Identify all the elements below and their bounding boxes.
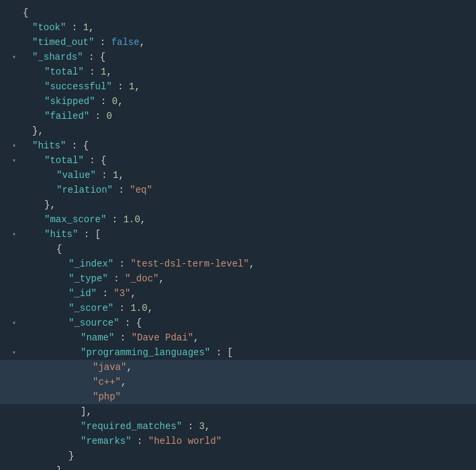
punctuation-token: ], [81,406,92,417]
code-line: { [0,242,476,256]
code-line: "php" [0,389,476,404]
key-token: "total" [44,66,84,77]
code-line: "java", [0,360,476,375]
number-token: 0 [112,96,117,107]
code-line: "remarks" : "hello world" [0,434,476,449]
line-gutter: ▾ [0,230,20,238]
number-token: 1 [83,22,89,33]
punctuation-token: , [121,377,126,387]
punctuation-token: , [118,170,124,181]
line-gutter: ▾ [0,348,20,357]
punctuation-token: , [249,258,254,269]
key-token: "remarks" [81,436,132,446]
code-line-content: "_id" : "3", [20,288,476,299]
fold-arrow-icon[interactable]: ▾ [12,319,16,327]
code-line: "_index" : "test-dsl-term-level", [0,256,476,271]
punctuation-token: : [ [78,229,101,240]
punctuation-token: , [193,332,199,343]
key-token: "failed" [44,111,89,122]
punctuation-token: : [66,22,83,33]
code-line-content: "_shards" : { [20,52,476,62]
key-token: "_source" [68,318,120,328]
code-line: "successful" : 1, [0,79,476,94]
boolean-token: false [111,37,140,48]
punctuation-token: }, [44,199,56,210]
number-token: 0 [106,111,111,122]
punctuation-token: : [114,332,131,343]
string-token: "test-dsl-term-level" [130,258,248,269]
punctuation-token: : [108,273,125,284]
key-token: "_shards" [32,52,83,62]
fold-arrow-icon[interactable]: ▾ [12,142,16,150]
key-token: "value" [56,170,96,181]
punctuation-token: , [140,214,146,225]
line-gutter: ▾ [0,142,20,150]
key-token: "required_matches" [81,421,182,432]
code-line: ▾"_shards" : { [0,50,476,64]
key-token: "_index" [68,258,113,269]
punctuation-token: : [113,185,130,195]
code-line-content: "timed_out" : false, [20,37,476,48]
code-line-content: "_source" : { [20,318,476,328]
key-token: "timed_out" [32,37,94,48]
punctuation-token: : [112,81,129,92]
punctuation-token: , [205,421,210,432]
code-line-content: "max_score" : 1.0, [20,214,476,225]
key-token: "total" [44,155,84,166]
code-line-content: "successful" : 1, [20,81,476,92]
code-line-content: "php" [20,391,476,402]
string-token: "hello world" [148,436,222,446]
punctuation-token: : [84,66,101,77]
punctuation-token: : { [83,52,106,62]
code-line: }, [0,197,476,212]
punctuation-token: : [95,96,112,107]
code-line: ▾"total" : { [0,153,476,168]
code-line-content: "required_matches" : 3, [20,421,476,432]
code-line: "name" : "Dave Pdai", [0,330,476,345]
code-line-content: "c++", [20,377,476,387]
number-token: 1.0 [130,303,147,314]
code-line: "value" : 1, [0,168,476,183]
fold-arrow-icon[interactable]: ▾ [12,156,16,164]
code-line: "c++", [0,375,476,389]
key-token: "_id" [68,288,97,299]
code-line-content: ], [20,406,476,417]
punctuation-token: : [89,111,106,122]
string-token: "eq" [130,185,152,195]
code-line: ▾"hits" : { [0,138,476,153]
punctuation-token: , [148,303,153,314]
code-line-content: "_score" : 1.0, [20,303,476,314]
code-line: "required_matches" : 3, [0,419,476,434]
code-line: "max_score" : 1.0, [0,212,476,227]
punctuation-token: , [134,81,140,92]
fold-arrow-icon[interactable]: ▾ [12,348,16,357]
string-token: "_doc" [125,273,158,284]
line-gutter: ▾ [0,156,20,164]
code-line: "_score" : 1.0, [0,301,476,316]
key-token: "_score" [68,303,113,314]
punctuation-token: : [94,37,111,48]
punctuation-token: : { [84,155,107,166]
code-line-content: }, [20,126,476,136]
fold-arrow-icon[interactable]: ▾ [12,53,16,61]
code-line: "skipped" : 0, [0,94,476,109]
punctuation-token: : { [120,318,142,328]
fold-arrow-icon[interactable]: ▾ [12,230,16,238]
code-line: "timed_out" : false, [0,35,476,50]
punctuation-token: , [140,37,145,48]
key-token: "successful" [44,81,112,92]
punctuation-token: : [113,258,130,269]
code-line: { [0,5,476,20]
key-token: "relation" [56,185,113,195]
code-line-content: }, [20,199,476,210]
code-line: "_type" : "_doc", [0,271,476,286]
code-line-content: "hits" : { [20,140,476,151]
code-line-content: } [20,451,476,461]
code-line-content: "_type" : "_doc", [20,273,476,284]
punctuation-token: : [113,303,130,314]
code-line-content: "name" : "Dave Pdai", [20,332,476,343]
key-token: "_type" [68,273,108,284]
string-token: "java" [93,362,126,373]
key-token: "took" [32,22,66,33]
code-line-content: "programming_languages" : [ [20,347,476,358]
